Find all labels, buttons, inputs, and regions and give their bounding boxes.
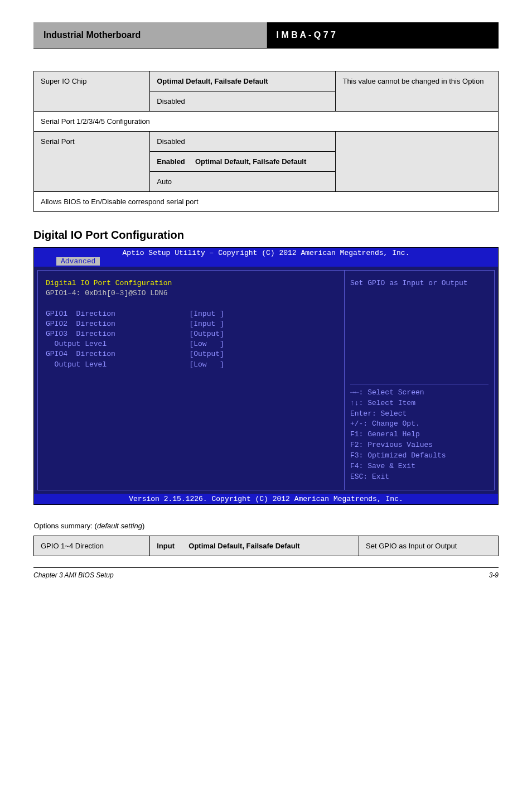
bios-left-sub: GPIO1–4: 0xD1h[0–3]@SIO LDN6 xyxy=(46,289,167,297)
cell-optimal2: Optimal Default, Failsafe Default xyxy=(195,157,306,166)
opts-summary-label: Options summary: ( xyxy=(34,522,97,530)
footer-left: Chapter 3 AMI BIOS Setup xyxy=(33,571,114,579)
header-right: I M B A - Q 7 7 xyxy=(267,22,499,48)
bios-left-panel: Digital IO Port Configuration GPIO1–4: 0… xyxy=(38,271,345,490)
cell-note1: This value cannot be changed in this Opt… xyxy=(342,77,483,85)
bios-row-0[interactable]: GPIO1 Direction [Input ] xyxy=(46,310,224,318)
t2-c1: GPIO 1~4 Direction xyxy=(41,542,104,550)
bios-tab-advanced[interactable]: Advanced xyxy=(56,257,100,266)
cell-serialport: Serial Port xyxy=(41,137,75,146)
bios-help: →←: Select Screen ↑↓: Select Item Enter:… xyxy=(350,384,489,483)
footer-right: 3-9 xyxy=(489,571,499,579)
header-right-suffix: - Q 7 7 xyxy=(308,30,336,40)
page-header: Industrial Motherboard I M B A - Q 7 7 xyxy=(33,22,499,49)
bios-bottombar: Version 2.15.1226. Copyright (C) 2012 Am… xyxy=(34,494,498,504)
bios-row-5[interactable]: Output Level [Low ] xyxy=(46,360,224,369)
options-table-1: Super IO Chip Optimal Default, Failsafe … xyxy=(33,71,499,212)
opts-summary-italic: default setting xyxy=(97,522,142,530)
cell-serialconf: Serial Port 1/2/3/4/5 Configuration xyxy=(41,117,150,126)
cell-disabled1: Disabled xyxy=(157,97,185,105)
bios-screenshot: Aptio Setup Utility – Copyright (C) 2012… xyxy=(33,247,499,505)
cell-superio: Super IO Chip xyxy=(41,77,86,85)
bios-right-desc: Set GPIO as Input or Output xyxy=(350,278,489,289)
cell-auto: Auto xyxy=(157,177,172,186)
page-footer: Chapter 3 AMI BIOS Setup 3-9 xyxy=(33,567,499,579)
cell-enabled: Enabled xyxy=(157,157,185,166)
bios-tab-row: Advanced xyxy=(34,257,498,267)
header-left: Industrial Motherboard xyxy=(33,22,267,48)
cell-desc1: Allows BIOS to En/Disable correspond ser… xyxy=(41,197,199,206)
header-right-prefix: I M B A xyxy=(277,30,306,40)
section-title: Digital IO Port Configuration xyxy=(33,229,499,242)
bios-left-title: Digital IO Port Configuration xyxy=(46,279,172,287)
t2-c2: Input xyxy=(157,542,175,550)
options-table-2: Options summary: (default setting) GPIO … xyxy=(33,516,499,556)
cell-disabled2: Disabled xyxy=(157,137,185,146)
bios-row-1[interactable]: GPIO2 Direction [Input ] xyxy=(46,320,224,328)
bios-right-panel: Set GPIO as Input or Output →←: Select S… xyxy=(345,271,494,490)
t2-c2b: Optimal Default, Failsafe Default xyxy=(188,542,299,550)
t2-c3: Set GPIO as Input or Output xyxy=(366,542,457,550)
opts-summary-end: ) xyxy=(142,522,144,530)
bios-row-2[interactable]: GPIO3 Direction [Output] xyxy=(46,330,224,338)
cell-optimal1: Optimal Default, Failsafe Default xyxy=(157,77,268,85)
bios-row-4[interactable]: GPIO4 Direction [Output] xyxy=(46,350,224,358)
bios-topbar: Aptio Setup Utility – Copyright (C) 2012… xyxy=(34,248,498,257)
bios-row-3[interactable]: Output Level [Low ] xyxy=(46,340,224,348)
